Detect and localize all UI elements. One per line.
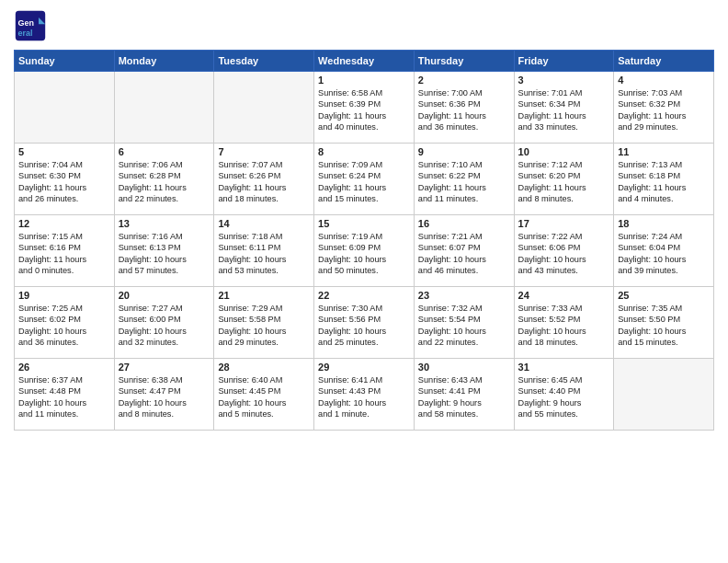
calendar-cell: 2Sunrise: 7:00 AM Sunset: 6:36 PM Daylig… (414, 72, 514, 144)
calendar-cell: 22Sunrise: 7:30 AM Sunset: 5:56 PM Dayli… (314, 287, 415, 359)
day-number: 17 (518, 218, 610, 229)
calendar-cell: 17Sunrise: 7:22 AM Sunset: 6:06 PM Dayli… (514, 215, 614, 287)
day-number: 24 (518, 290, 610, 301)
cell-content: Sunrise: 7:06 AM Sunset: 6:28 PM Dayligh… (119, 159, 210, 205)
day-number: 10 (518, 146, 610, 157)
cell-content: Sunrise: 7:09 AM Sunset: 6:24 PM Dayligh… (318, 159, 410, 205)
day-number: 5 (18, 146, 110, 157)
cell-content: Sunrise: 7:22 AM Sunset: 6:06 PM Dayligh… (518, 231, 610, 277)
day-number: 2 (418, 75, 510, 86)
cell-content: Sunrise: 7:01 AM Sunset: 6:34 PM Dayligh… (518, 87, 610, 133)
calendar-cell: 8Sunrise: 7:09 AM Sunset: 6:24 PM Daylig… (314, 144, 415, 215)
cell-content: Sunrise: 7:33 AM Sunset: 5:52 PM Dayligh… (518, 303, 610, 349)
day-number: 27 (119, 362, 210, 373)
header-cell-thursday: Thursday (414, 51, 514, 72)
cell-content: Sunrise: 7:29 AM Sunset: 5:58 PM Dayligh… (218, 303, 310, 349)
calendar-cell: 31Sunrise: 6:45 AM Sunset: 4:40 PM Dayli… (514, 359, 614, 431)
calendar-cell: 5Sunrise: 7:04 AM Sunset: 6:30 PM Daylig… (15, 144, 115, 215)
header-cell-wednesday: Wednesday (314, 51, 415, 72)
day-number: 19 (18, 290, 110, 301)
day-number: 31 (518, 362, 610, 373)
calendar-cell (114, 72, 214, 144)
calendar-cell: 10Sunrise: 7:12 AM Sunset: 6:20 PM Dayli… (514, 144, 614, 215)
week-row-1: 5Sunrise: 7:04 AM Sunset: 6:30 PM Daylig… (15, 144, 714, 215)
cell-content: Sunrise: 7:04 AM Sunset: 6:30 PM Dayligh… (18, 159, 110, 205)
cell-content: Sunrise: 7:19 AM Sunset: 6:09 PM Dayligh… (318, 231, 410, 277)
day-number: 13 (119, 218, 210, 229)
day-number: 1 (318, 75, 410, 86)
cell-content: Sunrise: 7:00 AM Sunset: 6:36 PM Dayligh… (418, 87, 510, 133)
calendar-cell: 25Sunrise: 7:35 AM Sunset: 5:50 PM Dayli… (614, 287, 714, 359)
week-row-2: 12Sunrise: 7:15 AM Sunset: 6:16 PM Dayli… (15, 215, 714, 287)
day-number: 29 (318, 362, 410, 373)
header-cell-friday: Friday (514, 51, 614, 72)
cell-content: Sunrise: 6:40 AM Sunset: 4:45 PM Dayligh… (218, 374, 310, 420)
calendar-cell: 13Sunrise: 7:16 AM Sunset: 6:13 PM Dayli… (114, 215, 214, 287)
week-row-0: 1Sunrise: 6:58 AM Sunset: 6:39 PM Daylig… (15, 72, 714, 144)
calendar-cell: 19Sunrise: 7:25 AM Sunset: 6:02 PM Dayli… (15, 287, 115, 359)
header-cell-sunday: Sunday (15, 51, 115, 72)
header-cell-saturday: Saturday (614, 51, 714, 72)
day-number: 18 (618, 218, 710, 229)
day-number: 7 (218, 146, 310, 157)
day-number: 11 (618, 146, 710, 157)
cell-content: Sunrise: 6:45 AM Sunset: 4:40 PM Dayligh… (518, 374, 610, 420)
calendar-cell: 4Sunrise: 7:03 AM Sunset: 6:32 PM Daylig… (614, 72, 714, 144)
calendar-cell: 9Sunrise: 7:10 AM Sunset: 6:22 PM Daylig… (414, 144, 514, 215)
cell-content: Sunrise: 7:21 AM Sunset: 6:07 PM Dayligh… (418, 231, 510, 277)
day-number: 22 (318, 290, 410, 301)
calendar-cell: 1Sunrise: 6:58 AM Sunset: 6:39 PM Daylig… (314, 72, 415, 144)
day-number: 20 (119, 290, 210, 301)
cell-content: Sunrise: 7:18 AM Sunset: 6:11 PM Dayligh… (218, 231, 310, 277)
cell-content: Sunrise: 7:32 AM Sunset: 5:54 PM Dayligh… (418, 303, 510, 349)
calendar-cell: 6Sunrise: 7:06 AM Sunset: 6:28 PM Daylig… (114, 144, 214, 215)
day-number: 16 (418, 218, 510, 229)
calendar-cell: 14Sunrise: 7:18 AM Sunset: 6:11 PM Dayli… (214, 215, 314, 287)
cell-content: Sunrise: 7:35 AM Sunset: 5:50 PM Dayligh… (618, 303, 710, 349)
day-number: 23 (418, 290, 510, 301)
day-number: 30 (418, 362, 510, 373)
calendar-table: SundayMondayTuesdayWednesdayThursdayFrid… (14, 50, 714, 431)
cell-content: Sunrise: 6:37 AM Sunset: 4:48 PM Dayligh… (18, 374, 110, 420)
day-number: 15 (318, 218, 410, 229)
calendar-cell: 28Sunrise: 6:40 AM Sunset: 4:45 PM Dayli… (214, 359, 314, 431)
cell-content: Sunrise: 6:43 AM Sunset: 4:41 PM Dayligh… (418, 374, 510, 420)
cell-content: Sunrise: 7:07 AM Sunset: 6:26 PM Dayligh… (218, 159, 310, 205)
cell-content: Sunrise: 6:41 AM Sunset: 4:43 PM Dayligh… (318, 374, 410, 420)
day-number: 26 (18, 362, 110, 373)
calendar-cell: 30Sunrise: 6:43 AM Sunset: 4:41 PM Dayli… (414, 359, 514, 431)
calendar-cell (214, 72, 314, 144)
header-cell-tuesday: Tuesday (214, 51, 314, 72)
calendar-cell: 20Sunrise: 7:27 AM Sunset: 6:00 PM Dayli… (114, 287, 214, 359)
cell-content: Sunrise: 7:03 AM Sunset: 6:32 PM Dayligh… (618, 87, 710, 133)
cell-content: Sunrise: 7:16 AM Sunset: 6:13 PM Dayligh… (119, 231, 210, 277)
cell-content: Sunrise: 7:12 AM Sunset: 6:20 PM Dayligh… (518, 159, 610, 205)
cell-content: Sunrise: 7:27 AM Sunset: 6:00 PM Dayligh… (119, 303, 210, 349)
cell-content: Sunrise: 6:58 AM Sunset: 6:39 PM Dayligh… (318, 87, 410, 133)
calendar-cell: 27Sunrise: 6:38 AM Sunset: 4:47 PM Dayli… (114, 359, 214, 431)
week-row-4: 26Sunrise: 6:37 AM Sunset: 4:48 PM Dayli… (15, 359, 714, 431)
calendar-cell: 11Sunrise: 7:13 AM Sunset: 6:18 PM Dayli… (614, 144, 714, 215)
day-number: 3 (518, 75, 610, 86)
calendar-cell: 12Sunrise: 7:15 AM Sunset: 6:16 PM Dayli… (15, 215, 115, 287)
day-number: 12 (18, 218, 110, 229)
calendar-cell: 3Sunrise: 7:01 AM Sunset: 6:34 PM Daylig… (514, 72, 614, 144)
calendar-cell: 29Sunrise: 6:41 AM Sunset: 4:43 PM Dayli… (314, 359, 415, 431)
calendar-cell: 16Sunrise: 7:21 AM Sunset: 6:07 PM Dayli… (414, 215, 514, 287)
day-number: 25 (618, 290, 710, 301)
calendar-cell: 21Sunrise: 7:29 AM Sunset: 5:58 PM Dayli… (214, 287, 314, 359)
logo-icon: Gen eral (14, 9, 47, 42)
calendar-cell: 18Sunrise: 7:24 AM Sunset: 6:04 PM Dayli… (614, 215, 714, 287)
day-number: 4 (618, 75, 710, 86)
calendar-cell: 23Sunrise: 7:32 AM Sunset: 5:54 PM Dayli… (414, 287, 514, 359)
header: Gen eral (14, 9, 714, 42)
header-cell-monday: Monday (114, 51, 214, 72)
cell-content: Sunrise: 7:13 AM Sunset: 6:18 PM Dayligh… (618, 159, 710, 205)
calendar-cell (15, 72, 115, 144)
calendar-cell: 26Sunrise: 6:37 AM Sunset: 4:48 PM Dayli… (15, 359, 115, 431)
svg-text:Gen: Gen (18, 18, 35, 28)
header-row: SundayMondayTuesdayWednesdayThursdayFrid… (15, 51, 714, 72)
cell-content: Sunrise: 6:38 AM Sunset: 4:47 PM Dayligh… (119, 374, 210, 420)
week-row-3: 19Sunrise: 7:25 AM Sunset: 6:02 PM Dayli… (15, 287, 714, 359)
cell-content: Sunrise: 7:15 AM Sunset: 6:16 PM Dayligh… (18, 231, 110, 277)
